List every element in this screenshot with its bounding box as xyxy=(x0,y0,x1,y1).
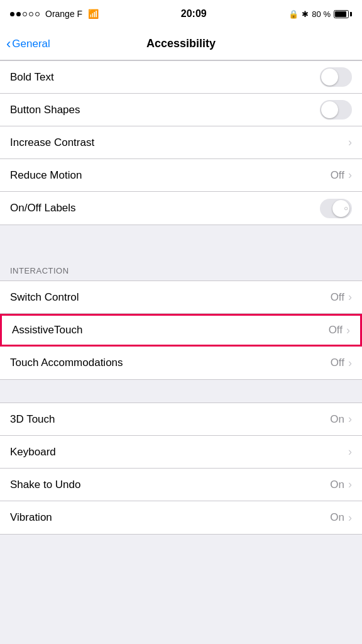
dot-1 xyxy=(10,12,14,16)
shake-to-undo-value: On xyxy=(330,479,344,491)
increase-contrast-row[interactable]: Increase Contrast › xyxy=(0,126,362,159)
section-vision: Bold Text Button Shapes Increase Contras… xyxy=(0,60,362,225)
reduce-motion-label: Reduce Motion xyxy=(10,169,331,182)
reduce-motion-row[interactable]: Reduce Motion Off › xyxy=(0,159,362,192)
assistivetouch-label: AssistiveTouch xyxy=(12,324,329,336)
assistivetouch-right: Off › xyxy=(329,324,350,337)
bold-text-toggle-area xyxy=(320,67,352,87)
chevron-right-icon: › xyxy=(348,478,352,491)
touch-accommodations-row[interactable]: Touch Accommodations Off › xyxy=(0,347,362,379)
battery-icon xyxy=(334,10,352,18)
section-hardware-group: 3D Touch On › Keyboard › Shake to Undo O… xyxy=(0,402,362,535)
section-interaction: INTERACTION Switch Control Off › Assisti… xyxy=(0,248,362,380)
touch-accommodations-value: Off xyxy=(331,357,344,369)
shake-to-undo-row[interactable]: Shake to Undo On › xyxy=(0,469,362,501)
toggle-knob xyxy=(321,101,338,118)
clock: 20:09 xyxy=(181,8,207,19)
vibration-value: On xyxy=(330,511,344,524)
touch-accommodations-label: Touch Accommodations xyxy=(10,357,331,369)
switch-control-row[interactable]: Switch Control Off › xyxy=(0,281,362,314)
back-label: General xyxy=(12,38,50,50)
vibration-right: On › xyxy=(330,511,352,525)
keyboard-label: Keyboard xyxy=(10,446,348,458)
chevron-right-icon: › xyxy=(348,511,352,525)
chevron-right-icon: › xyxy=(348,413,352,426)
bold-text-row[interactable]: Bold Text xyxy=(0,61,362,94)
section-interaction-group: Switch Control Off › AssistiveTouch Off … xyxy=(0,280,362,380)
switch-control-right: Off › xyxy=(331,291,352,304)
page-title: Accessibility xyxy=(146,37,216,50)
chevron-right-icon: › xyxy=(348,136,352,149)
carrier-label: Orange F xyxy=(45,9,82,19)
back-button[interactable]: ‹ General xyxy=(6,37,50,51)
bold-text-toggle[interactable] xyxy=(320,67,352,87)
lock-icon: 🔒 xyxy=(288,9,299,19)
dot-4 xyxy=(29,12,33,16)
spacer-2 xyxy=(0,380,362,402)
bold-text-label: Bold Text xyxy=(10,71,320,84)
dot-5 xyxy=(35,12,40,16)
section-hardware: 3D Touch On › Keyboard › Shake to Undo O… xyxy=(0,402,362,535)
status-bar: Orange F 📶 20:09 🔒 ✱ 80 % xyxy=(0,0,362,28)
3d-touch-right: On › xyxy=(330,413,352,426)
bluetooth-icon: ✱ xyxy=(302,9,309,19)
button-shapes-toggle[interactable] xyxy=(320,100,352,119)
shake-to-undo-label: Shake to Undo xyxy=(10,479,330,491)
status-left: Orange F 📶 xyxy=(10,9,99,19)
onoff-labels-row[interactable]: On/Off Labels ○ xyxy=(0,192,362,225)
vibration-row[interactable]: Vibration On › xyxy=(0,501,362,534)
keyboard-row[interactable]: Keyboard › xyxy=(0,436,362,469)
chevron-right-icon: › xyxy=(348,445,352,458)
back-chevron-icon: ‹ xyxy=(6,37,11,51)
button-shapes-row[interactable]: Button Shapes xyxy=(0,94,362,126)
chevron-right-icon: › xyxy=(348,169,352,182)
partial-o-label: ○ xyxy=(344,204,348,212)
wifi-icon: 📶 xyxy=(88,9,99,19)
signal-dots xyxy=(10,12,40,16)
reduce-motion-right: Off › xyxy=(331,169,352,182)
switch-control-value: Off xyxy=(331,291,344,304)
assistivetouch-value: Off xyxy=(329,324,343,336)
chevron-right-icon: › xyxy=(348,291,352,304)
battery-pct: 80 % xyxy=(312,9,331,19)
increase-contrast-label: Increase Contrast xyxy=(10,136,348,149)
interaction-header: INTERACTION xyxy=(0,248,362,280)
section-vision-group: Bold Text Button Shapes Increase Contras… xyxy=(0,60,362,225)
chevron-right-icon: › xyxy=(348,357,352,370)
button-shapes-label: Button Shapes xyxy=(10,104,320,116)
toggle-knob xyxy=(321,69,338,86)
onoff-labels-label: On/Off Labels xyxy=(10,202,320,214)
keyboard-right: › xyxy=(348,445,352,458)
3d-touch-row[interactable]: 3D Touch On › xyxy=(0,403,362,436)
dot-3 xyxy=(23,12,27,16)
chevron-right-icon: › xyxy=(346,324,350,337)
nav-bar: ‹ General Accessibility xyxy=(0,28,362,60)
reduce-motion-value: Off xyxy=(331,169,344,182)
increase-contrast-right: › xyxy=(348,136,352,149)
button-shapes-toggle-area xyxy=(320,100,352,119)
switch-control-label: Switch Control xyxy=(10,291,331,304)
assistivetouch-row[interactable]: AssistiveTouch Off › xyxy=(0,314,362,347)
status-right: 🔒 ✱ 80 % xyxy=(288,9,352,19)
onoff-labels-toggle-area: ○ xyxy=(320,199,352,218)
dot-2 xyxy=(16,12,21,16)
shake-to-undo-right: On › xyxy=(330,478,352,491)
onoff-labels-toggle[interactable]: ○ xyxy=(320,199,352,218)
spacer-1 xyxy=(0,225,362,248)
touch-accommodations-right: Off › xyxy=(331,357,352,370)
3d-touch-value: On xyxy=(330,413,344,426)
vibration-label: Vibration xyxy=(10,511,330,524)
3d-touch-label: 3D Touch xyxy=(10,413,330,426)
